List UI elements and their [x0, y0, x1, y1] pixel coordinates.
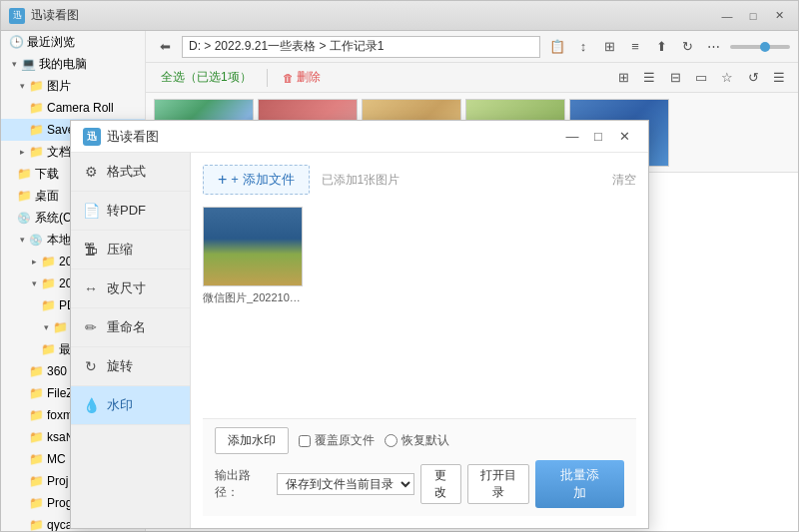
downloads-icon: 📁	[17, 167, 31, 181]
sidebar-item-camera-roll[interactable]: 📁 Camera Roll	[1, 97, 145, 119]
foxm-icon: 📁	[29, 408, 43, 422]
list-icon[interactable]: ≡	[624, 36, 646, 58]
pictures-icon: 📁	[29, 79, 43, 93]
menu-item-rotate[interactable]: ↻ 旋转	[71, 347, 190, 386]
image-grid: 微信图片_20221024114...	[203, 207, 636, 418]
sort-icon[interactable]: ↕	[572, 36, 594, 58]
recent2-icon: 📁	[41, 342, 55, 356]
expand-arrow-local: ▾	[17, 235, 27, 245]
refresh-icon[interactable]: ↻	[676, 36, 698, 58]
menu-item-rename[interactable]: ✏ 重命名	[71, 308, 190, 347]
grid-view-icon[interactable]: ⊞	[612, 67, 634, 89]
image-thumbnail-1	[203, 207, 303, 286]
image-name-1: 微信图片_20221024114...	[203, 290, 303, 305]
toolbar-right: ⊞ ☰ ⊟ ▭ ☆ ↺ ☰	[612, 67, 790, 89]
filez-icon: 📁	[29, 386, 43, 400]
cover-original-checkbox[interactable]: 覆盖原文件	[299, 432, 375, 449]
docs-icon: 📁	[29, 145, 43, 159]
proj-icon: 📁	[29, 474, 43, 488]
address-bar: ⬅ 📋 ↕ ⊞ ≡ ⬆ ↻ ⋯	[146, 31, 798, 63]
footer-row1: 添加水印 覆盖原文件 恢复默认	[215, 427, 624, 454]
expand-work: ▾	[41, 322, 51, 332]
add-folder-icon[interactable]: 📋	[546, 36, 568, 58]
restore-default-radio[interactable]: 恢复默认	[385, 432, 449, 449]
sidebar-item-mypc[interactable]: ▾ 💻 我的电脑	[1, 53, 145, 75]
minimize-button[interactable]: —	[716, 6, 738, 26]
title-bar-controls: — □ ✕	[716, 6, 790, 26]
zoom-thumb	[760, 42, 770, 52]
resize-icon: ↔	[83, 280, 99, 296]
list-view-icon[interactable]: ☰	[638, 67, 660, 89]
expand-arrow: ▾	[9, 59, 19, 69]
modal-maximize-button[interactable]: □	[586, 125, 610, 149]
modal-title: 迅读看图	[107, 128, 159, 146]
expand-arrow-docs: ▸	[17, 147, 27, 157]
open-folder-button[interactable]: 打开目录	[467, 464, 530, 504]
expand-arrow-2: ▾	[17, 81, 27, 91]
footer-row2: 输出路径： 保存到文件当前目录 更改 打开目录 批量添加	[215, 460, 624, 508]
folder-2022a: 📁	[41, 255, 55, 268]
zoom-slider[interactable]	[730, 45, 790, 49]
sysc-icon: 💿	[17, 211, 31, 225]
modal-left-menu: ⚙ 格式式 📄 转PDF 🗜 压缩 ↔ 改尺寸 ✏ 重命名	[71, 153, 191, 528]
path-select[interactable]: 保存到文件当前目录	[277, 473, 414, 495]
nav-back-icon[interactable]: ⬅	[154, 36, 176, 58]
watermark-icon: 💧	[83, 397, 99, 413]
menu-item-resize[interactable]: ↔ 改尺寸	[71, 269, 190, 308]
modal-body: ⚙ 格式式 📄 转PDF 🗜 压缩 ↔ 改尺寸 ✏ 重命名	[71, 153, 648, 528]
menu-item-format[interactable]: ⚙ 格式式	[71, 153, 190, 192]
upload-icon[interactable]: ⬆	[650, 36, 672, 58]
select-all-button[interactable]: 全选（已选1项）	[154, 66, 259, 89]
rename-icon: ✏	[83, 319, 99, 335]
title-bar-left: 迅 迅读看图	[9, 7, 79, 24]
close-button[interactable]: ✕	[768, 6, 790, 26]
modal-close-button[interactable]: ✕	[612, 125, 636, 149]
pc-icon: 💻	[21, 57, 35, 71]
menu-item-pdf[interactable]: 📄 转PDF	[71, 192, 190, 231]
filter-icon[interactable]: ▭	[690, 67, 712, 89]
prog-icon: 📁	[29, 496, 43, 510]
desktop-icon: 📁	[17, 189, 31, 203]
cover-original-input[interactable]	[299, 435, 311, 447]
pdf-icon: 📁	[41, 298, 55, 312]
format-icon: ⚙	[83, 164, 99, 180]
menu-icon[interactable]: ☰	[768, 67, 790, 89]
add-file-row: + + 添加文件 已添加1张图片 清空	[203, 165, 636, 195]
360-icon: 📁	[29, 364, 43, 378]
menu-item-compress[interactable]: 🗜 压缩	[71, 231, 190, 269]
add-watermark-button[interactable]: 添加水印	[215, 427, 289, 454]
recycle-icon[interactable]: ↺	[742, 67, 764, 89]
work-icon: 📁	[53, 320, 67, 334]
plus-icon: +	[218, 172, 227, 188]
trash-icon: 🗑	[283, 72, 294, 84]
delete-button[interactable]: 🗑 删除	[276, 66, 328, 89]
toolbar-separator	[267, 69, 268, 87]
more-icon[interactable]: ⋯	[702, 36, 724, 58]
ksa-icon: 📁	[29, 430, 43, 444]
star-icon[interactable]: ☆	[716, 67, 738, 89]
sidebar-item-recent[interactable]: 🕒 最近浏览	[1, 31, 145, 53]
sidebar-item-pictures[interactable]: ▾ 📁 图片	[1, 75, 145, 97]
grid-icon[interactable]: ⊞	[598, 36, 620, 58]
detail-view-icon[interactable]: ⊟	[664, 67, 686, 89]
batch-add-button[interactable]: 批量添加	[535, 460, 624, 508]
clear-button[interactable]: 清空	[612, 172, 636, 189]
image-item-1[interactable]: 微信图片_20221024114...	[203, 207, 303, 305]
restore-default-input[interactable]	[385, 434, 398, 447]
modal-minimize-button[interactable]: —	[560, 125, 584, 149]
qyca-icon: 📁	[29, 518, 43, 531]
mc-icon: 📁	[29, 452, 43, 466]
path-change-button[interactable]: 更改	[420, 464, 460, 504]
expand-2022a: ▸	[29, 257, 39, 266]
output-path-label: 输出路径：	[215, 467, 271, 501]
modal-title-bar: 迅 迅读看图 — □ ✕	[71, 121, 648, 153]
toolbar: 全选（已选1项） 🗑 删除 ⊞ ☰ ⊟ ▭ ☆ ↺ ☰	[146, 63, 798, 93]
maximize-button[interactable]: □	[742, 6, 764, 26]
expand-2022b: ▾	[29, 278, 39, 288]
pdf-menu-icon: 📄	[83, 203, 99, 219]
add-file-button[interactable]: + + 添加文件	[203, 165, 310, 195]
address-input[interactable]	[182, 36, 540, 58]
menu-item-watermark[interactable]: 💧 水印	[71, 386, 190, 425]
saved-pictures-icon: 📁	[29, 123, 43, 137]
folder-2022b: 📁	[41, 276, 55, 290]
